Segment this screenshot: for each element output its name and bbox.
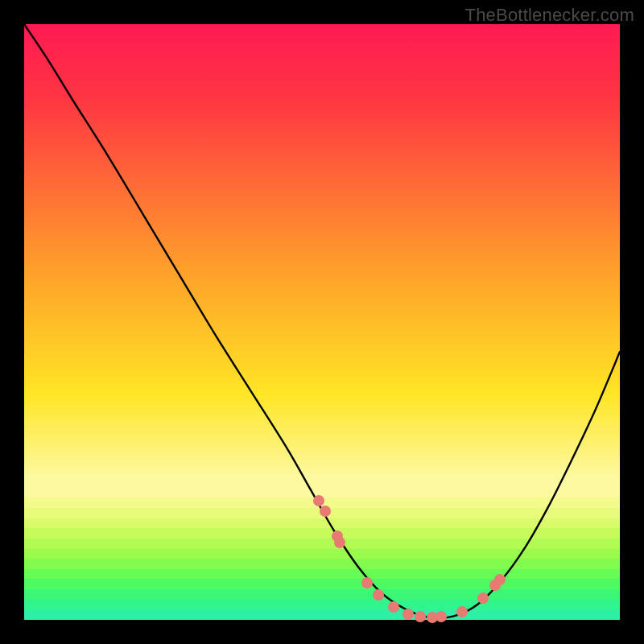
marker-dot xyxy=(415,611,426,622)
marker-dot xyxy=(334,537,345,548)
chart-frame: TheBottlenecker.com xyxy=(0,0,644,644)
marker-dot xyxy=(373,589,384,601)
marker-dot xyxy=(477,592,489,604)
curve-path xyxy=(24,24,620,618)
marker-dot xyxy=(402,609,414,620)
curve-svg xyxy=(24,24,620,620)
marker-dot xyxy=(494,574,506,585)
marker-dot xyxy=(388,601,399,613)
plot-area xyxy=(24,24,620,620)
marker-dot xyxy=(456,606,468,617)
marker-dot xyxy=(361,577,373,588)
marker-dot xyxy=(320,506,331,517)
watermark-text: TheBottlenecker.com xyxy=(465,5,634,26)
marker-dot xyxy=(436,611,447,622)
